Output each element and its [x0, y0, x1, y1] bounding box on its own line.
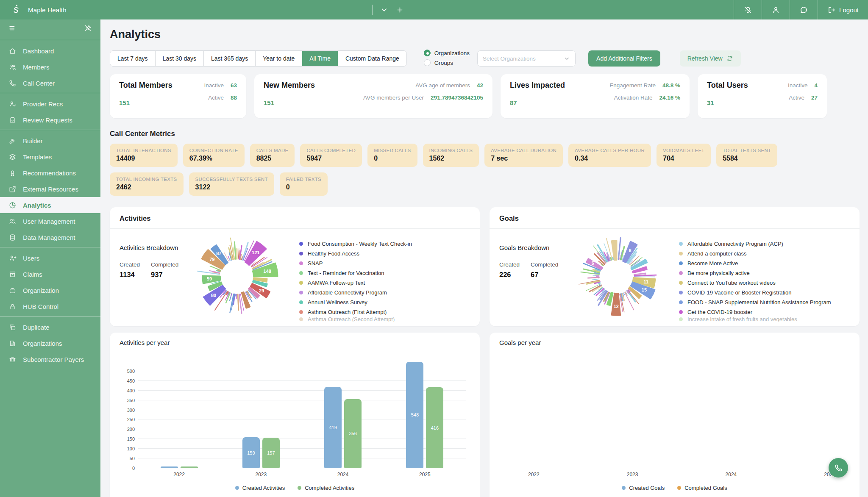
time-filter-all-time[interactable]: All Time	[302, 51, 338, 66]
time-filter-custom-data-range[interactable]: Custom Data Range	[338, 51, 406, 66]
x-axis-label: 2023	[256, 472, 267, 478]
metric-chip-average-call-duration: AVERAGE CALL DURATION7 sec	[484, 144, 563, 167]
legend-item: AAMWA Follow-up Text	[299, 278, 470, 288]
metric-chip-label: FAILED TEXTS	[286, 177, 321, 182]
add-additional-filters-button[interactable]: Add Additional Filters	[588, 50, 660, 67]
legend-dot-icon	[622, 486, 626, 490]
activities-created-value: 1134	[120, 271, 140, 279]
refresh-view-button[interactable]: Refresh View	[680, 50, 741, 67]
stat-metric-label: Activation Rate	[614, 94, 653, 101]
legend-item: Be more physically active	[679, 268, 850, 278]
bar-value-label: 548	[411, 412, 419, 417]
organizations-select[interactable]: Select Organizations	[477, 50, 576, 67]
legend-item: Affordable Connectivity Program (ACP)	[679, 239, 850, 249]
sidebar-divider	[0, 316, 100, 317]
sidebar-item-templates[interactable]: Templates	[0, 149, 100, 165]
legend-dot-icon	[299, 291, 303, 294]
app-logo-icon	[11, 4, 21, 15]
call-center-metrics-title: Call Center Metrics	[110, 130, 860, 138]
legend-dot-icon	[679, 261, 683, 265]
pin-off-icon[interactable]	[84, 24, 92, 34]
metric-chip-missed-calls: MISSED CALLS0	[367, 144, 417, 167]
sidebar-item-builder[interactable]: Builder	[0, 133, 100, 149]
sidebar-item-hub-control[interactable]: HUB Control	[0, 298, 100, 314]
radio-groups[interactable]: Groups	[424, 59, 470, 66]
sidebar-item-call-center[interactable]: Call Center	[0, 75, 100, 91]
y-axis-tick: 200	[121, 427, 135, 432]
logout-button[interactable]: Logout	[827, 6, 859, 14]
bar-value-label: 356	[349, 431, 356, 436]
goals-per-year-plot	[518, 361, 846, 468]
legend-label: Connect to YouTube workout videos	[687, 280, 776, 286]
sidebar-item-subcontractor-payers[interactable]: Subcontractor Payers	[0, 351, 100, 367]
metric-chip-label: AVERAGE CALLS PER HOUR	[575, 148, 645, 153]
bar-group-2023: 159157	[242, 437, 280, 468]
svg-text:5: 5	[592, 261, 594, 266]
home-icon	[8, 47, 17, 55]
legend-label: AAMWA Follow-up Text	[308, 280, 365, 286]
legend-item: Become More Active	[679, 258, 850, 268]
sidebar-divider	[0, 247, 100, 247]
stat-metric-value: 291.7894736842105	[431, 94, 483, 101]
profile-icon[interactable]	[762, 0, 790, 19]
sidebar-item-duplicate[interactable]: Duplicate	[0, 319, 100, 335]
app-title: Maple Health	[28, 6, 67, 14]
legend-dot-icon	[299, 271, 303, 275]
menu-toggle-icon[interactable]	[8, 24, 17, 34]
time-filter-last-365-days[interactable]: Last 365 days	[204, 51, 256, 66]
sidebar-item-user-management[interactable]: User Management	[0, 213, 100, 229]
new-tab-plus-icon[interactable]	[396, 6, 404, 14]
sidebar-item-organization[interactable]: Organization	[0, 282, 100, 298]
legend-item: Asthma Outreach (Second Attempt)	[299, 317, 470, 322]
radio-dot[interactable]	[424, 50, 431, 56]
goals-created-label: Created	[499, 261, 520, 268]
metric-chip-label: TOTAL INCOMING TEXTS	[116, 177, 177, 182]
goals-card-title: Goals	[490, 207, 860, 229]
sidebar-item-recommendations[interactable]: Recommendations	[0, 165, 100, 181]
phone-icon	[8, 79, 17, 87]
time-filter-last-7-days[interactable]: Last 7 days	[110, 51, 156, 66]
metric-chip-value: 1562	[429, 155, 473, 162]
stat-metric-label: Engagement Rate	[609, 82, 656, 89]
sidebar-item-label: Templates	[23, 153, 52, 161]
stat-metric-label: Active	[208, 94, 224, 101]
stat-card-total-members: Total Members151Inactive63Active88	[110, 74, 246, 118]
y-axis-tick: 250	[121, 417, 135, 422]
radio-organizations[interactable]: Organizations	[424, 50, 470, 56]
metric-chip-failed-texts: FAILED TEXTS0	[280, 172, 328, 196]
sidebar-item-analytics[interactable]: Analytics	[0, 197, 100, 213]
legend-dot-icon	[299, 310, 303, 314]
filters-row: Last 7 daysLast 30 daysLast 365 daysYear…	[110, 50, 860, 67]
stat-metric-label: Inactive	[204, 82, 224, 89]
tab-chevron-down-icon[interactable]	[380, 6, 388, 14]
stat-card-value: 151	[264, 99, 315, 106]
sidebar-item-label: Provider Recs	[23, 100, 63, 108]
goals-completed-value: 67	[531, 271, 558, 279]
sidebar-item-review-requests[interactable]: Review Requests	[0, 112, 100, 128]
stat-metric-value: 48.8 %	[662, 82, 680, 89]
sidebar-item-members[interactable]: Members	[0, 59, 100, 75]
radio-dot[interactable]	[424, 59, 431, 66]
legend-item: Get the COVID-19 booster	[679, 307, 850, 317]
activities-card: Activities Activities Breakdown Created …	[110, 207, 480, 326]
metric-chip-value: 704	[663, 155, 704, 162]
sidebar-item-dashboard[interactable]: Dashboard	[0, 43, 100, 59]
sidebar-item-provider-recs[interactable]: Provider Recs	[0, 96, 100, 112]
sidebar-item-claims[interactable]: Claims	[0, 266, 100, 282]
sidebar-item-users[interactable]: Users	[0, 250, 100, 266]
legend-label: Affordable Connectivity Program	[308, 289, 387, 296]
sidebar-item-data-management[interactable]: Data Management	[0, 229, 100, 245]
bar-completed-activities-2022	[181, 466, 198, 468]
time-filter-year-to-date[interactable]: Year to date	[256, 51, 302, 66]
stat-card-title: New Members	[264, 81, 315, 90]
sidebar-item-label: HUB Control	[23, 303, 58, 310]
y-axis-tick: 400	[121, 388, 135, 393]
y-axis-tick: 150	[121, 436, 135, 441]
metric-chip-calls-made: CALLS MADE8825	[250, 144, 295, 167]
sidebar-item-organizations[interactable]: Organizations	[0, 335, 100, 351]
sidebar-item-external-resources[interactable]: External Resources	[0, 181, 100, 197]
time-filter-last-30-days[interactable]: Last 30 days	[156, 51, 204, 66]
call-fab[interactable]	[829, 458, 848, 478]
notifications-muted-icon[interactable]	[734, 0, 762, 19]
chat-icon[interactable]	[790, 0, 818, 19]
